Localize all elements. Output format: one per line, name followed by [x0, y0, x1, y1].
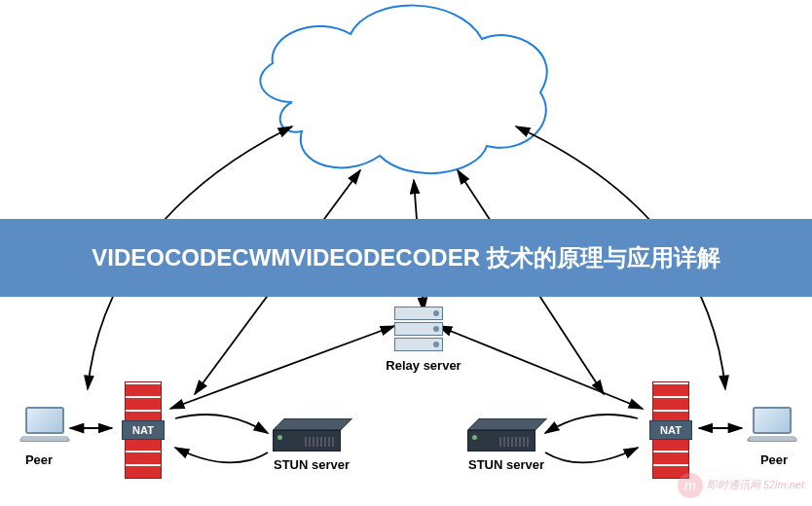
relay-server-label: Relay server — [380, 358, 467, 373]
peer-right-icon — [745, 407, 798, 446]
nat-left-box: NAT — [122, 420, 165, 440]
nat-right-box: NAT — [649, 420, 692, 440]
title-banner: VIDEOCODECWMVIDEODECODER 技术的原理与应用详解 — [0, 219, 812, 297]
watermark-text: 即时通讯网 52im.net — [707, 479, 804, 490]
stun-right-label: STUN server — [462, 457, 550, 472]
svg-line-2 — [170, 326, 394, 409]
cloud-icon — [260, 6, 546, 174]
watermark: m即时通讯网 52im.net — [678, 473, 804, 498]
peer-left-label: Peer — [19, 452, 58, 467]
title-text: VIDEOCODECWMVIDEODECODER 技术的原理与应用详解 — [92, 242, 720, 272]
watermark-logo: m — [678, 473, 703, 498]
peer-right-label: Peer — [755, 452, 794, 467]
peer-left-icon — [18, 407, 71, 446]
relay-server-icon — [394, 307, 448, 365]
stun-left-label: STUN server — [268, 457, 355, 472]
svg-line-3 — [438, 326, 643, 409]
